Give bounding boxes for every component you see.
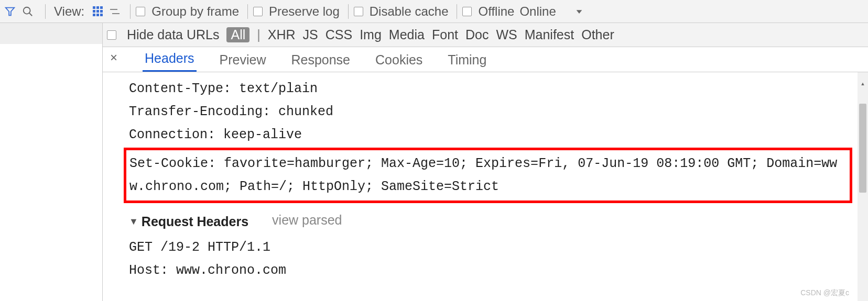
type-filter-row: Hide data URLs All | XHR JS CSS Img Medi… [103, 23, 868, 47]
close-icon[interactable]: × [110, 50, 122, 69]
disable-cache-label: Disable cache [370, 4, 449, 19]
filter-doc[interactable]: Doc [465, 27, 489, 42]
highlight-box: Set-Cookie: favorite=hamburger; Max-Age=… [124, 148, 852, 203]
header-connection: Connection: keep-alive [129, 124, 847, 147]
throttling-select[interactable]: Online [519, 4, 556, 19]
request-details: Hide data URLs All | XHR JS CSS Img Medi… [103, 23, 868, 301]
filter-xhr[interactable]: XHR [268, 27, 296, 42]
tab-timing[interactable]: Timing [446, 49, 489, 72]
filter-font[interactable]: Font [432, 27, 458, 42]
svg-point-1 [24, 7, 30, 14]
requests-sidebar [0, 23, 103, 301]
separator [247, 4, 248, 19]
filter-other[interactable]: Other [581, 27, 614, 42]
hide-data-urls-checkbox[interactable] [107, 30, 116, 40]
request-row[interactable] [0, 23, 102, 44]
filter-img[interactable]: Img [360, 27, 382, 42]
filter-media[interactable]: Media [389, 27, 425, 42]
view-label: View: [54, 4, 84, 19]
svg-marker-0 [6, 7, 15, 15]
watermark: CSDN @宏夏c [800, 288, 849, 298]
header-set-cookie: Set-Cookie: favorite=hamburger; Max-Age=… [129, 152, 847, 198]
filter-js[interactable]: JS [303, 27, 318, 42]
header-transfer-encoding: Transfer-Encoding: chunked [129, 101, 847, 124]
headers-content: Content-Type: text/plain Transfer-Encodi… [103, 72, 868, 301]
request-headers-title: Request Headers [142, 210, 248, 233]
filter-all[interactable]: All [226, 27, 249, 42]
scrollbar[interactable]: ▴ [858, 72, 868, 301]
group-by-frame-label: Group by frame [151, 4, 239, 19]
offline-label: Offline [478, 4, 514, 19]
tab-cookies[interactable]: Cookies [373, 49, 425, 72]
scroll-up-icon[interactable]: ▴ [861, 72, 865, 83]
filter-funnel-icon[interactable] [4, 6, 16, 17]
svg-marker-3 [576, 10, 582, 14]
separator [348, 4, 349, 19]
tab-headers[interactable]: Headers [143, 48, 197, 72]
preserve-log-label: Preserve log [269, 4, 340, 19]
separator [45, 4, 46, 19]
tree-view-icon[interactable] [108, 7, 120, 16]
separator [457, 4, 457, 19]
preserve-log-checkbox[interactable] [253, 7, 263, 16]
tab-preview[interactable]: Preview [218, 49, 268, 72]
filter-manifest[interactable]: Manifest [525, 27, 574, 42]
triangle-down-icon: ▼ [129, 210, 138, 233]
scroll-thumb[interactable] [859, 104, 866, 193]
header-content-type: Content-Type: text/plain [129, 77, 847, 101]
filter-css[interactable]: CSS [326, 27, 352, 42]
search-icon[interactable] [22, 6, 34, 17]
separator [130, 4, 131, 19]
offline-checkbox[interactable] [462, 7, 472, 16]
disable-cache-checkbox[interactable] [354, 7, 363, 16]
request-line: GET /19-2 HTTP/1.1 [129, 236, 847, 259]
filter-ws[interactable]: WS [496, 27, 517, 42]
list-view-icon[interactable] [93, 6, 103, 16]
request-host: Host: www.chrono.com [129, 259, 847, 282]
chevron-down-icon[interactable] [575, 7, 583, 16]
group-by-frame-checkbox[interactable] [136, 7, 145, 16]
hide-data-urls-label: Hide data URLs [127, 27, 219, 42]
request-headers-section[interactable]: ▼ Request Headers [129, 210, 248, 233]
devtools-toolbar: View: Group by frame Preserve log Disabl… [0, 0, 868, 23]
detail-tabs: × Headers Preview Response Cookies Timin… [103, 47, 868, 72]
view-parsed-link[interactable]: view parsed [272, 213, 342, 227]
svg-line-2 [29, 13, 32, 16]
tab-response[interactable]: Response [289, 49, 352, 72]
